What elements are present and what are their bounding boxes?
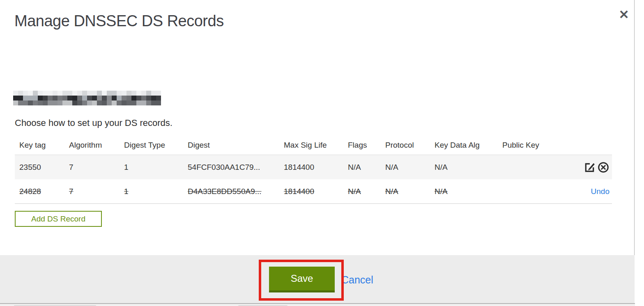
cell-algorithm: 7: [64, 163, 120, 172]
page-title: Manage DNSSEC DS Records: [14, 12, 224, 30]
add-ds-record-button[interactable]: Add DS Record: [15, 211, 102, 227]
cell-key-data-alg: N/A: [430, 187, 498, 196]
cell-digest: 54FCF030AA1C79...: [183, 163, 279, 172]
edit-icon[interactable]: [584, 161, 596, 174]
cell-digest: D4A33E8DD550A9...: [183, 187, 279, 196]
cell-flags: N/A: [343, 163, 381, 172]
cell-max-sig-life: 1814400: [279, 187, 343, 196]
save-button[interactable]: Save: [269, 267, 335, 292]
undo-link[interactable]: Undo: [591, 187, 610, 196]
modal-bottom-edge: [0, 303, 635, 306]
table-header-row: Key tag Algorithm Digest Type Digest Max…: [15, 135, 612, 155]
cell-algorithm: 7: [64, 187, 120, 196]
cell-digest-type: 1: [120, 163, 183, 172]
table-row: 23550 7 1 54FCF030AA1C79... 1814400 N/A …: [15, 155, 612, 179]
row-actions: [573, 161, 612, 174]
delete-icon[interactable]: [597, 161, 610, 174]
cell-key-data-alg: N/A: [430, 163, 498, 172]
ds-records-table: Key tag Algorithm Digest Type Digest Max…: [15, 135, 612, 204]
cell-protocol: N/A: [381, 163, 430, 172]
col-header-key-data-alg: Key Data Alg: [430, 141, 498, 150]
col-header-digest: Digest: [183, 141, 279, 150]
col-header-digest-type: Digest Type: [120, 141, 183, 150]
col-header-algorithm: Algorithm: [64, 141, 120, 150]
col-header-key-tag: Key tag: [15, 141, 64, 150]
cancel-link[interactable]: Cancel: [341, 274, 373, 286]
redacted-domain: [13, 91, 161, 105]
close-icon[interactable]: ✕: [616, 7, 632, 23]
col-header-max-sig-life: Max Sig Life: [279, 141, 343, 150]
table-row-deleted: 24828 7 1 D4A33E8DD550A9... 1814400 N/A …: [15, 179, 612, 204]
col-header-protocol: Protocol: [381, 141, 430, 150]
cell-protocol: N/A: [381, 187, 430, 196]
cell-flags: N/A: [343, 187, 381, 196]
cell-max-sig-life: 1814400: [279, 163, 343, 172]
cell-key-tag: 24828: [15, 187, 64, 196]
instruction-text: Choose how to set up your DS records.: [15, 118, 172, 128]
row-actions: Undo: [573, 187, 612, 196]
cell-digest-type: 1: [120, 187, 183, 196]
col-header-public-key: Public Key: [498, 141, 573, 150]
col-header-flags: Flags: [343, 141, 381, 150]
manage-dnssec-modal: Manage DNSSEC DS Records ✕ Choose how to…: [0, 0, 635, 304]
cell-key-tag: 23550: [15, 163, 64, 172]
